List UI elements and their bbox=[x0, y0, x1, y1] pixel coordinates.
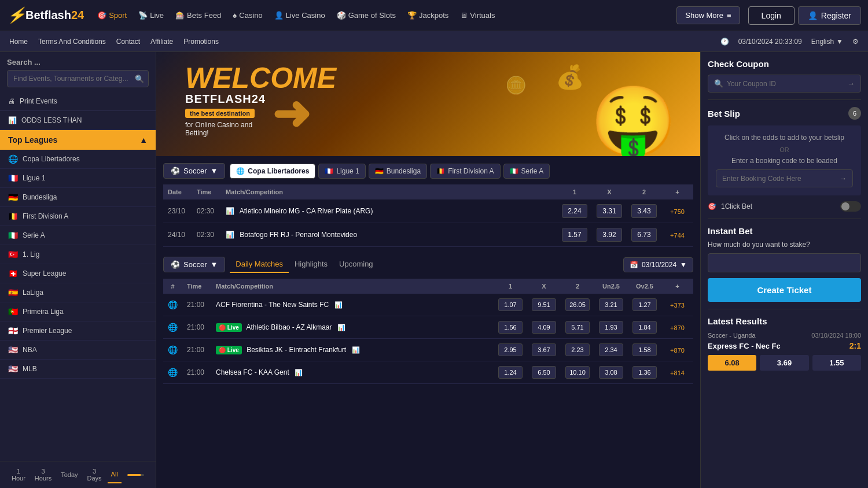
league-tab-ligue-1[interactable]: 🇫🇷Ligue 1 bbox=[318, 164, 365, 179]
logo[interactable]: ⚡ Betflash24 bbox=[7, 6, 84, 24]
daily-tab-upcoming[interactable]: Upcoming bbox=[333, 256, 379, 273]
time-filter-3-days[interactable]: 3 Days bbox=[84, 466, 105, 483]
stats-icon[interactable]: 📊 bbox=[352, 346, 360, 353]
nav-link-virtuals[interactable]: 🖥Virtuals bbox=[455, 8, 500, 23]
ov25-button[interactable]: 1.58 bbox=[632, 343, 657, 356]
un25-button[interactable]: 3.21 bbox=[599, 298, 623, 311]
latest-odd-button[interactable]: 1.55 bbox=[812, 355, 861, 371]
un25-button[interactable]: 1.93 bbox=[599, 321, 623, 334]
league-item-premier-league[interactable]: 🏴󠁧󠁢󠁥󠁮󠁧󠁿Premier League bbox=[0, 321, 156, 341]
time-filter-3-hours[interactable]: 3 Hours bbox=[31, 466, 55, 483]
league-tab-copa-libertadores[interactable]: 🌐Copa Libertadores bbox=[230, 164, 315, 179]
league-item-super-league[interactable]: 🇨🇭Super League bbox=[0, 264, 156, 283]
time-filter-1-hour[interactable]: 1 Hour bbox=[8, 466, 29, 483]
sport-selector-daily[interactable]: ⚽ Soccer ▼ bbox=[163, 257, 225, 272]
globe-icon: 🌐 bbox=[168, 368, 178, 377]
nav-link-sport[interactable]: 🎯Sport bbox=[92, 8, 132, 23]
show-more-button[interactable]: Show More ≡ bbox=[676, 6, 740, 24]
odd-x-button[interactable]: 6.50 bbox=[532, 366, 556, 379]
odd-2-button[interactable]: 10.10 bbox=[565, 366, 590, 379]
oneclick-toggle[interactable] bbox=[840, 201, 861, 212]
odd-x-button[interactable]: 9.51 bbox=[532, 298, 556, 311]
date-picker[interactable]: 📅 03/10/2024 ▼ bbox=[623, 257, 693, 272]
odd-1-button[interactable]: 1.07 bbox=[498, 298, 523, 311]
ov25-button[interactable]: 1.27 bbox=[632, 298, 657, 311]
plus-button[interactable]: +870 bbox=[670, 324, 685, 331]
print-events-action[interactable]: 🖨 Print Events bbox=[0, 92, 156, 111]
booking-code-input[interactable] bbox=[722, 175, 839, 183]
jackpots-icon: 🏆 bbox=[407, 11, 417, 20]
stake-input[interactable] bbox=[708, 253, 861, 272]
odd-2-button[interactable]: 3.43 bbox=[631, 204, 657, 218]
time-filter-all[interactable]: All bbox=[108, 466, 122, 483]
plus-button[interactable]: +750 bbox=[670, 208, 685, 215]
odd-1-button[interactable]: 2.24 bbox=[562, 204, 587, 218]
settings-icon[interactable]: ⚙ bbox=[852, 38, 859, 46]
odd-x-button[interactable]: 3.92 bbox=[597, 228, 622, 242]
second-nav-home[interactable]: Home bbox=[9, 38, 28, 46]
login-button[interactable]: Login bbox=[748, 6, 795, 25]
sport-selector-top[interactable]: ⚽ Soccer ▼ bbox=[163, 163, 225, 179]
odd-1-button[interactable]: 1.56 bbox=[498, 321, 523, 334]
odds-less-than-action[interactable]: 📊 ODDS LESS THAN bbox=[0, 111, 156, 130]
odd-1-button[interactable]: 2.95 bbox=[498, 343, 523, 356]
register-button[interactable]: 👤 Register bbox=[798, 6, 861, 25]
odd-2-button[interactable]: 2.23 bbox=[565, 343, 590, 356]
stats-icon[interactable]: 📊 bbox=[226, 207, 234, 215]
second-nav-terms-and-conditions[interactable]: Terms And Conditions bbox=[38, 38, 106, 46]
league-tab-bundesliga[interactable]: 🇩🇪Bundesliga bbox=[369, 164, 427, 179]
league-item-nba[interactable]: 🇺🇸NBA bbox=[0, 341, 156, 360]
top-leagues-section-header[interactable]: Top Leagues ▲ bbox=[0, 130, 156, 150]
odd-2-button[interactable]: 26.05 bbox=[565, 298, 590, 311]
odd-x-button[interactable]: 3.67 bbox=[532, 343, 556, 356]
plus-button[interactable]: +814 bbox=[670, 369, 685, 376]
league-item-1.-lig[interactable]: 🇹🇷1. Lig bbox=[0, 245, 156, 264]
flag-icon: 🏴󠁧󠁢󠁥󠁮󠁧󠁿 bbox=[8, 326, 18, 335]
odd-1-button[interactable]: 1.24 bbox=[498, 366, 523, 379]
ov25-button[interactable]: 1.36 bbox=[632, 366, 657, 379]
odd-x-button[interactable]: 3.31 bbox=[597, 204, 622, 218]
plus-button[interactable]: +373 bbox=[670, 302, 685, 309]
un25-button[interactable]: 2.34 bbox=[599, 343, 623, 356]
create-ticket-button[interactable]: Create Ticket bbox=[708, 278, 861, 302]
nav-link-live[interactable]: 📡Live bbox=[133, 8, 169, 23]
second-nav-promotions[interactable]: Promotions bbox=[183, 38, 219, 46]
league-item-serie-a[interactable]: 🇮🇹Serie A bbox=[0, 226, 156, 245]
plus-button[interactable]: +744 bbox=[670, 232, 685, 239]
league-item-first-division-a[interactable]: 🇧🇪First Division A bbox=[0, 207, 156, 226]
nav-link-game_of_slots[interactable]: 🎲Game of Slots bbox=[332, 8, 401, 23]
plus-button[interactable]: +870 bbox=[670, 347, 685, 354]
un25-button[interactable]: 3.08 bbox=[599, 366, 623, 379]
league-item-laliga[interactable]: 🇪🇸LaLiga bbox=[0, 283, 156, 302]
coupon-input[interactable] bbox=[727, 80, 847, 88]
ov25-button[interactable]: 1.84 bbox=[632, 321, 657, 334]
latest-odd-button[interactable]: 6.08 bbox=[708, 355, 756, 371]
stats-icon[interactable]: 📊 bbox=[337, 324, 345, 331]
daily-tab-daily-matches[interactable]: Daily Matches bbox=[230, 256, 289, 273]
time-filter-today[interactable]: Today bbox=[57, 466, 81, 483]
stats-icon[interactable]: 📊 bbox=[334, 301, 343, 308]
nav-link-jackpots[interactable]: 🏆Jackpots bbox=[402, 8, 454, 23]
odd-2-button[interactable]: 6.73 bbox=[631, 228, 657, 242]
league-tab-serie-a[interactable]: 🇮🇹Serie A bbox=[503, 164, 550, 179]
daily-tab-highlights[interactable]: Highlights bbox=[289, 256, 333, 273]
league-tab-first-division-a[interactable]: 🇧🇪First Division A bbox=[430, 164, 500, 179]
second-nav-contact[interactable]: Contact bbox=[116, 38, 140, 46]
latest-odd-button[interactable]: 3.69 bbox=[760, 355, 808, 371]
nav-link-casino[interactable]: ♠Casino bbox=[227, 8, 267, 23]
nav-link-live_casino[interactable]: 👤Live Casino bbox=[269, 8, 330, 23]
league-item-mlb[interactable]: 🇺🇸MLB bbox=[0, 360, 156, 379]
odd-2-button[interactable]: 5.71 bbox=[565, 321, 590, 334]
search-input[interactable] bbox=[7, 70, 149, 87]
odd-1-button[interactable]: 1.57 bbox=[562, 228, 587, 242]
odd-x-button[interactable]: 4.09 bbox=[532, 321, 556, 334]
stats-icon[interactable]: 📊 bbox=[226, 231, 234, 239]
second-nav-affiliate[interactable]: Affiliate bbox=[150, 38, 173, 46]
league-item-copa-libertadores[interactable]: 🌐Copa Libertadores bbox=[0, 150, 156, 169]
league-item-primeira-liga[interactable]: 🇵🇹Primeira Liga bbox=[0, 302, 156, 321]
nav-link-bets_feed[interactable]: 🎰Bets Feed bbox=[170, 8, 226, 23]
league-item-bundesliga[interactable]: 🇩🇪Bundesliga bbox=[0, 188, 156, 207]
language-selector[interactable]: English ▼ bbox=[811, 38, 843, 46]
stats-icon[interactable]: 📊 bbox=[295, 369, 303, 376]
league-item-ligue-1[interactable]: 🇫🇷Ligue 1 bbox=[0, 169, 156, 188]
